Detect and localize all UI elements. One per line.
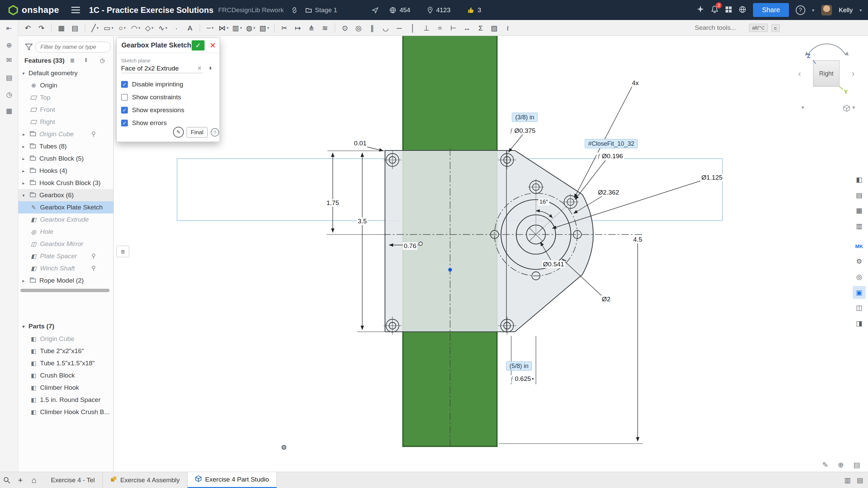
units-chip[interactable]: (5/8) in [506,362,532,371]
dimension-label[interactable]: 0.01 [353,140,368,147]
part-item-origin-cube[interactable]: ◧ Origin Cube [18,333,114,345]
option-disable-imprinting[interactable]: ✓ Disable imprinting [121,81,183,88]
mirror-tool[interactable]: ⋈▾ [217,22,230,34]
sketch-canvas[interactable] [114,36,868,472]
sketch-settings-icon[interactable]: ▦ [55,22,68,34]
sketch-origin-point[interactable] [448,268,452,272]
sketch-point[interactable] [419,242,422,245]
feature-item-gearbox-extrude[interactable]: ◧ Gearbox Extrude [18,214,114,226]
extend-tool[interactable]: ↦ [291,22,305,34]
feature-item-winch-shaft[interactable]: ◧ Winch Shaft [18,262,114,274]
stray-point[interactable] [282,445,286,449]
share-button[interactable]: Share [753,3,789,17]
arc-tool[interactable]: ◠▾ [129,22,142,34]
chevron-right-icon[interactable]: ▸ [22,144,28,149]
line-tool[interactable]: ╱▾ [88,22,102,34]
workspace-name[interactable]: Stage 1 [315,6,337,14]
curve-pattern-tool[interactable]: ≀ [501,22,515,34]
insert-image-icon[interactable]: ▤ [68,22,82,34]
layers-panel-icon[interactable]: ◫ [853,301,866,314]
feature-item-hole[interactable]: ◎ Hole [18,226,114,238]
part-item-tube-2x2[interactable]: ◧ Tube 2"x2"x16" [18,345,114,357]
app-settings-icon[interactable]: ⚙ [853,255,866,268]
menu-icon[interactable] [71,5,80,15]
avatar[interactable] [821,5,832,16]
equal-constraint[interactable]: = [433,22,447,34]
part-item-climber-hook-crush[interactable]: ◧ Climber Hook Crush B... [18,406,114,418]
printer-icon[interactable]: ▤ [857,476,863,484]
apps-grid-icon[interactable] [725,6,732,14]
circle-tool[interactable]: ○▾ [115,22,129,34]
rotate-right-icon[interactable]: › [852,68,855,79]
coincident-constraint[interactable]: ⊙ [338,22,352,34]
units-chip[interactable]: (3/8) in [512,113,538,122]
feature-item-origin[interactable]: ⊕ Origin [18,79,114,92]
language-globe-icon[interactable] [739,6,746,15]
properties-panel-icon[interactable]: ▤ [853,189,866,202]
add-tab-button[interactable]: + [14,473,27,487]
sketch-only-view-icon[interactable]: ✎ [173,127,184,138]
split-tool[interactable]: ⋔ [305,22,318,34]
dimension-label[interactable]: Ø2 [601,296,611,303]
cancel-icon[interactable]: ✕ [210,41,216,50]
appearance-panel-icon[interactable]: ◧ [853,173,866,186]
graphics-area[interactable]: 0.01 1.75 3.5 0.76 4x (3/8) in ƒØ0.375 #… [114,36,868,472]
configurations-panel-icon[interactable]: ▦ [853,204,866,217]
tangent-constraint[interactable]: ◡ [379,22,392,34]
feature-item-tubes[interactable]: ▸ Tubes (8) [18,140,114,152]
user-caret-icon[interactable]: ▾ [860,7,862,13]
parts-header[interactable]: ▾ Parts (7) [22,323,54,330]
option-show-errors[interactable]: ✓ Show errors [121,119,167,127]
midpoint-constraint[interactable]: ⊢ [447,22,460,34]
tab-exercise-4-tel[interactable]: Exercise 4 - Tel [43,472,103,488]
checkbox-checked[interactable]: ✓ [121,120,128,126]
history-icon[interactable]: ◷ [0,90,18,99]
feature-item-rope-model[interactable]: ▸ Rope Model (2) [18,274,114,287]
dimension-tool[interactable]: ↔ [460,22,474,34]
collapse-panel-icon[interactable]: ⇤ [0,24,18,32]
suspend-rebuild-icon[interactable]: ‖ [85,57,87,64]
accept-button[interactable]: ✓ [192,40,205,50]
isometric-cube-icon[interactable] [843,104,850,113]
workspace-folder-icon[interactable] [305,7,312,13]
dimension-label[interactable]: Ø2.362 [597,189,620,196]
dimension-label[interactable]: Ø0.541 [542,261,565,268]
chevron-right-icon[interactable]: ▸ [22,181,28,186]
rectangle-tool[interactable]: ▭▾ [102,22,115,34]
feature-item-hook-crush-block[interactable]: ▸ Hook Crush Block (3) [18,177,114,189]
chevron-down-icon[interactable]: ▾ [22,324,28,329]
tab-exercise-4-assembly[interactable]: Exercise 4 Assembly [103,472,188,488]
link-icon[interactable] [291,7,298,14]
rebuild-history-icon[interactable]: ◷ [100,57,105,64]
gearbox-plate-face[interactable] [385,150,593,332]
concentric-constraint[interactable]: ◎ [352,22,365,34]
edit-drawing-icon[interactable]: ✎ [822,461,828,469]
spline-tool[interactable]: ∿▾ [156,22,170,34]
dimension-label[interactable]: Ø1.125 [700,174,724,181]
option-show-expressions[interactable]: ✓ Show expressions [121,106,184,114]
vertical-constraint[interactable]: │ [406,22,420,34]
chevron-right-icon[interactable]: ▸ [22,168,28,174]
circular-pattern-tool[interactable]: ◍▾ [244,22,257,34]
redo-button[interactable]: ↷ [35,22,48,34]
chevron-right-icon[interactable]: ▸ [22,156,28,161]
undo-button[interactable]: ↶ [21,22,35,34]
feature-item-plate-spacer[interactable]: ◧ Plate Spacer [18,250,114,262]
dimension-label[interactable]: 4.5 [632,236,643,243]
feature-item-gearbox-mirror[interactable]: ◫ Gearbox Mirror [18,238,114,250]
final-button[interactable]: Final [187,127,208,138]
feature-filter-input[interactable] [35,42,111,53]
part-item-round-spacer[interactable]: ◧ 1.5 in. Round Spacer [18,394,114,406]
mkcad-app-icon[interactable]: MK [853,240,866,252]
rotate-left-icon[interactable]: ‹ [798,68,801,79]
perpendicular-constraint[interactable]: ⊥ [420,22,433,34]
feature-item-front-plane[interactable]: Front [18,104,114,116]
document-title[interactable]: 1C - Practice Exercise Solutions [89,5,213,15]
feature-item-gearbox-plate-sketch[interactable]: ✎ Gearbox Plate Sketch [18,201,114,214]
chevron-down-icon[interactable]: ▾ [22,193,28,198]
search-tools-input[interactable] [695,24,746,32]
thumbs-up-icon[interactable] [467,7,474,14]
filter-icon[interactable] [25,44,33,50]
feature-item-top-plane[interactable]: Top [18,92,114,104]
checkbox-unchecked[interactable] [121,94,128,101]
